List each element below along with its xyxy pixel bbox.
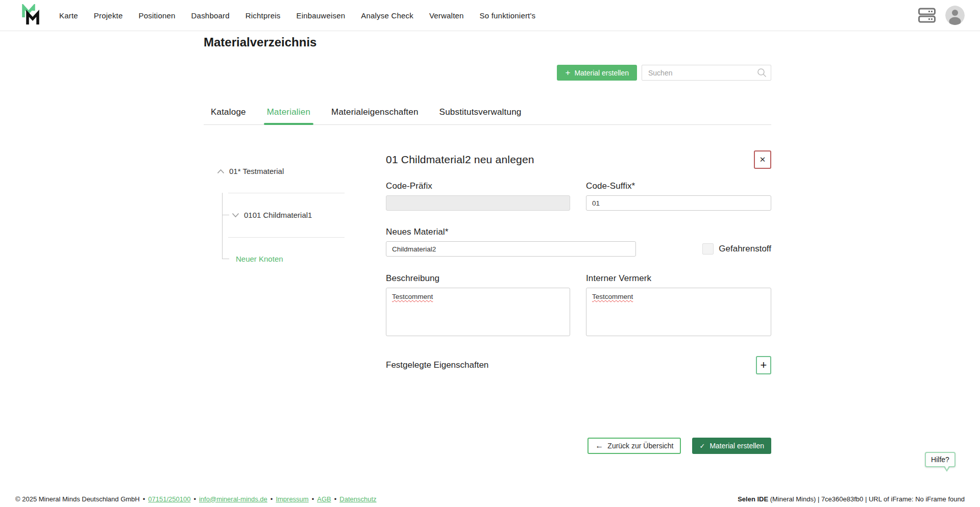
nav-item-positionen[interactable]: Positionen [139, 11, 176, 20]
beschreibung-text: Testcomment [392, 293, 433, 300]
footer-debug-rest: (Mineral Minds) | 7ce360e83fb0 | URL of … [768, 495, 965, 503]
page: Karte Projekte Positionen Dashboard Rich… [0, 0, 980, 507]
material-erstellen-button-top[interactable]: + Material erstellen [557, 65, 637, 81]
tree-root-label: 01* Testmaterial [229, 167, 284, 175]
plus-icon: + [565, 68, 570, 77]
properties-section: Festgelegte Eigenschaften + [386, 356, 771, 374]
tree-connector-line [222, 193, 223, 259]
neues-material-label: Neues Material* [386, 227, 636, 237]
tree-child-label: 0101 Childmaterial1 [244, 211, 312, 219]
material-erstellen-top-label: Material erstellen [574, 69, 629, 77]
comment-row: Beschreibung Testcomment Interner Vermer… [386, 273, 771, 336]
search-input[interactable] [642, 65, 771, 81]
nav-item-karte[interactable]: Karte [59, 11, 78, 20]
arrow-left-icon: ← [595, 441, 603, 450]
tab-materialien[interactable]: Materialien [264, 107, 313, 124]
help-bubble[interactable]: Hilfe? [925, 452, 955, 467]
back-button-label: Zurück zur Übersicht [607, 442, 673, 450]
nav-item-richtpreis[interactable]: Richtpreis [246, 11, 281, 20]
material-tree: 01* Testmaterial 0101 Childmaterial1 Neu… [204, 125, 345, 278]
footer-link-phone[interactable]: 07151/250100 [148, 495, 190, 503]
nav-item-analyse-check[interactable]: Analyse Check [361, 11, 413, 20]
mineral-minds-logo[interactable] [19, 3, 44, 28]
beschreibung-label: Beschreibung [386, 273, 570, 284]
add-property-button[interactable]: + [756, 356, 771, 374]
gefahrenstoff-label: Gefahrenstoff [719, 244, 771, 254]
tab-substitutsverwaltung[interactable]: Substitutsverwaltung [436, 107, 525, 124]
chevron-down-icon [232, 213, 239, 218]
footer: © 2025 Mineral Minds Deutschland GmbH • … [0, 491, 980, 507]
interner-vermerk-textarea[interactable]: Testcomment [586, 288, 771, 336]
nav-item-verwalten[interactable]: Verwalten [429, 11, 464, 20]
code-prefix-label: Code-Präfix [386, 181, 570, 191]
tree-divider [228, 193, 345, 193]
nav-item-dashboard[interactable]: Dashboard [191, 11, 230, 20]
material-form: 01 Childmaterial2 neu anlegen ✕ Code-Prä… [386, 125, 771, 454]
neues-material-input[interactable] [386, 241, 636, 257]
gefahrenstoff-field: Gefahrenstoff [702, 243, 771, 255]
code-suffix-label: Code-Suffix* [586, 181, 771, 191]
nav-item-so-funktionierts[interactable]: So funktioniert's [480, 11, 536, 20]
beschreibung-textarea[interactable]: Testcomment [386, 288, 570, 336]
material-name-row: Neues Material* Gefahrenstoff [386, 227, 771, 257]
tree-node-root[interactable]: 01* Testmaterial [217, 167, 284, 175]
zurueck-zur-uebersicht-button[interactable]: ← Zurück zur Übersicht [587, 438, 681, 454]
code-suffix-input[interactable] [586, 195, 771, 211]
user-avatar-icon[interactable] [945, 6, 965, 25]
interner-vermerk-text: Testcomment [592, 293, 633, 300]
copyright-text: © 2025 Mineral Minds Deutschland GmbH [15, 495, 140, 503]
nav-item-projekte[interactable]: Projekte [94, 11, 123, 20]
form-title: 01 Childmaterial2 neu anlegen [386, 154, 534, 166]
main-nav: Karte Projekte Positionen Dashboard Rich… [59, 11, 535, 20]
close-icon: ✕ [760, 155, 766, 164]
properties-section-label: Festgelegte Eigenschaften [386, 360, 488, 370]
code-row: Code-Präfix Code-Suffix* [386, 181, 771, 211]
main-content: Materialverzeichnis + Material erstellen… [204, 31, 771, 454]
form-header: 01 Childmaterial2 neu anlegen ✕ [386, 150, 771, 169]
search-box [642, 65, 771, 81]
server-icon[interactable] [918, 6, 936, 25]
submit-button-label: Material erstellen [709, 442, 764, 450]
nav-item-einbauweisen[interactable]: Einbauweisen [296, 11, 345, 20]
plus-icon: + [761, 359, 767, 372]
gefahrenstoff-checkbox[interactable] [702, 243, 714, 255]
form-actions: ← Zurück zur Übersicht ✓ Material erstel… [386, 438, 771, 454]
material-erstellen-button-submit[interactable]: ✓ Material erstellen [692, 438, 771, 454]
tree-node-new[interactable]: Neuer Knoten [236, 255, 283, 263]
tree-connector-elbow [222, 215, 229, 215]
footer-link-datenschutz[interactable]: Datenschutz [339, 495, 376, 503]
tab-bar: Kataloge Materialien Materialeigenschaft… [204, 107, 771, 125]
header-right-icons [918, 6, 965, 25]
tree-connector-elbow [222, 259, 229, 259]
close-button[interactable]: ✕ [754, 150, 771, 169]
logo-icon [20, 4, 43, 27]
tab-kataloge[interactable]: Kataloge [208, 107, 249, 124]
check-icon: ✓ [699, 442, 705, 450]
tree-node-child[interactable]: 0101 Childmaterial1 [232, 211, 312, 219]
footer-selen-ide: Selen IDE [738, 495, 768, 503]
tree-divider [228, 237, 345, 238]
top-navigation-bar: Karte Projekte Positionen Dashboard Rich… [0, 0, 980, 31]
footer-link-email[interactable]: info@mineral-minds.de [199, 495, 267, 503]
chevron-up-icon [217, 169, 225, 174]
footer-link-agb[interactable]: AGB [317, 495, 331, 503]
interner-vermerk-label: Interner Vermerk [586, 273, 771, 284]
help-label: Hilfe? [931, 455, 949, 464]
search-icon [757, 68, 767, 80]
tab-materialeigenschaften[interactable]: Materialeigenschaften [328, 107, 422, 124]
toolbar: + Material erstellen [204, 65, 771, 81]
footer-link-impressum[interactable]: Impressum [276, 495, 308, 503]
footer-debug-info: Selen IDE (Mineral Minds) | 7ce360e83fb0… [738, 495, 965, 503]
code-prefix-input [386, 195, 570, 211]
page-title: Materialverzeichnis [204, 35, 771, 49]
footer-left: © 2025 Mineral Minds Deutschland GmbH • … [15, 495, 377, 503]
content-area: 01* Testmaterial 0101 Childmaterial1 Neu… [204, 125, 771, 454]
